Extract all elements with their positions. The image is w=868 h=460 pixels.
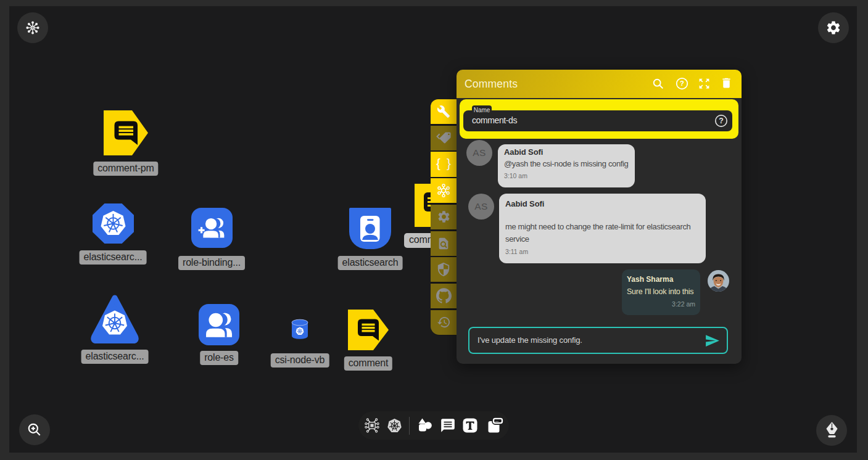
svg-text:?: ? (680, 80, 684, 87)
svg-text:?: ? (719, 117, 724, 125)
